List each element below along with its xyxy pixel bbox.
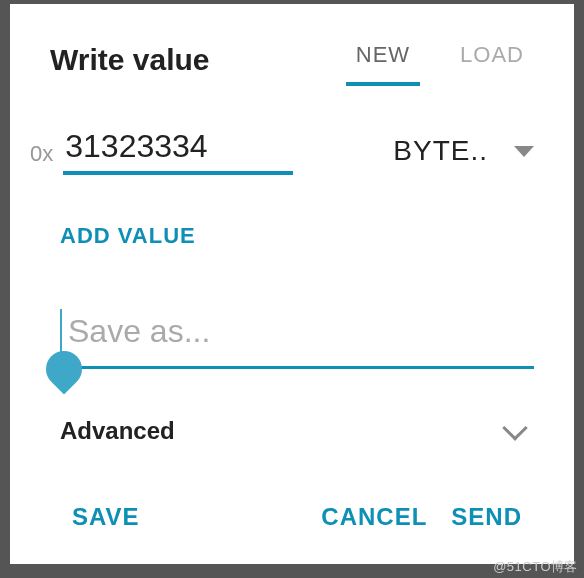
saveas-input[interactable] xyxy=(60,309,534,369)
chevron-down-icon xyxy=(514,146,534,157)
advanced-toggle[interactable]: Advanced xyxy=(10,369,574,465)
dialog-header: Write value NEW LOAD xyxy=(10,4,574,96)
value-row: 0x BYTE.. xyxy=(10,96,574,185)
chevron-down-icon xyxy=(502,415,527,440)
saveas-row xyxy=(10,269,574,369)
type-dropdown[interactable]: BYTE.. xyxy=(393,135,534,175)
action-row: SAVE CANCEL SEND xyxy=(10,465,574,559)
add-value-button[interactable]: ADD VALUE xyxy=(60,223,196,248)
dialog-title: Write value xyxy=(50,43,326,77)
write-value-dialog: Write value NEW LOAD 0x BYTE.. ADD VALUE… xyxy=(10,4,574,564)
tabs: NEW LOAD xyxy=(346,34,534,86)
hex-prefix: 0x xyxy=(30,141,53,175)
type-label: BYTE.. xyxy=(393,135,488,167)
save-button[interactable]: SAVE xyxy=(60,495,152,539)
add-value-row: ADD VALUE xyxy=(10,185,574,269)
tab-load[interactable]: LOAD xyxy=(450,34,534,86)
watermark: @51CTO博客 xyxy=(493,558,578,576)
tab-new[interactable]: NEW xyxy=(346,34,420,86)
value-input[interactable] xyxy=(63,124,293,175)
advanced-label: Advanced xyxy=(60,417,175,445)
cancel-button[interactable]: CANCEL xyxy=(309,495,439,539)
send-button[interactable]: SEND xyxy=(439,495,534,539)
